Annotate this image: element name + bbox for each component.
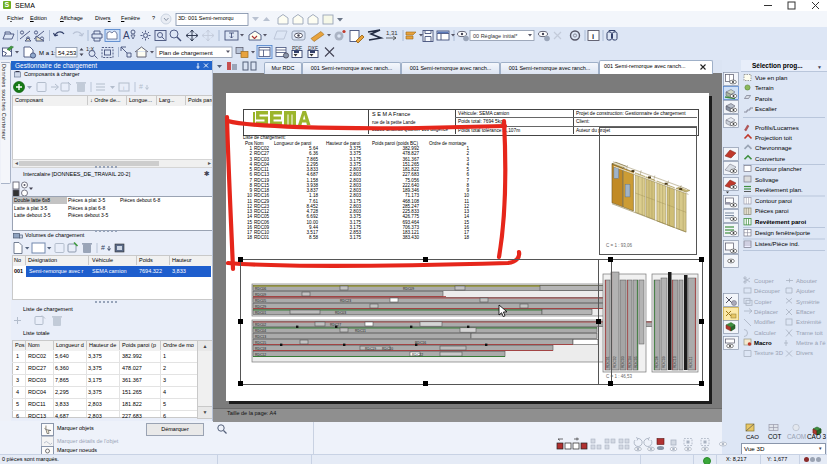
- svg-text:Macro: Macro: [754, 340, 772, 346]
- svg-text:Pièces paroi: Pièces paroi: [755, 207, 789, 214]
- svg-text:Mettre à l'é: Mettre à l'é: [796, 340, 826, 346]
- svg-text:Solivage: Solivage: [755, 176, 779, 183]
- svg-text:Projection toit: Projection toit: [755, 134, 792, 141]
- svg-text:Déplacer: Déplacer: [754, 309, 778, 315]
- svg-text:Listes/Pièce ind.: Listes/Pièce ind.: [755, 240, 800, 247]
- svg-text:Parois: Parois: [755, 95, 772, 102]
- svg-text:CAO 3: CAO 3: [807, 433, 827, 440]
- svg-text:Calculer: Calculer: [754, 330, 776, 336]
- svg-text:Design fenêtre/porte: Design fenêtre/porte: [755, 229, 811, 236]
- svg-text:CAOM: CAOM: [787, 433, 806, 440]
- svg-text:Modifier: Modifier: [754, 319, 775, 325]
- svg-text:1,31: 1,31: [386, 30, 398, 36]
- svg-text:Divers: Divers: [796, 350, 813, 356]
- svg-text:Découper: Découper: [754, 288, 780, 294]
- svg-text:Plan de chargement: Plan de chargement: [159, 50, 213, 56]
- svg-text:PDF: PDF: [292, 45, 302, 51]
- svg-text:Contour paroi: Contour paroi: [755, 197, 792, 204]
- svg-text:A: A: [123, 30, 130, 41]
- svg-text:DXF: DXF: [308, 45, 318, 51]
- svg-text:Chevronnage: Chevronnage: [755, 144, 792, 151]
- svg-text:Profils/Lucarnes: Profils/Lucarnes: [755, 124, 799, 131]
- svg-text:54,253: 54,253: [58, 50, 77, 56]
- svg-text:Trame toit: Trame toit: [796, 330, 823, 336]
- svg-text:#: #: [101, 244, 105, 251]
- svg-text:Revêtement plan.: Revêtement plan.: [755, 186, 803, 193]
- svg-text:Revêtement paroi: Revêtement paroi: [755, 218, 806, 225]
- svg-text:Copier: Copier: [754, 299, 772, 305]
- svg-text:Texture 3D: Texture 3D: [754, 350, 784, 356]
- svg-text:Escalier: Escalier: [755, 105, 777, 112]
- svg-text:M a 1:: M a 1:: [39, 50, 56, 56]
- svg-text:00 Réglage initial*: 00 Réglage initial*: [473, 33, 518, 39]
- svg-text:i: i: [592, 32, 594, 41]
- svg-text:Symétrie: Symétrie: [796, 299, 820, 305]
- svg-text:#: #: [139, 83, 143, 90]
- svg-text:CAO: CAO: [746, 434, 759, 440]
- svg-text:Effacer: Effacer: [796, 309, 815, 315]
- svg-text:Ajouter: Ajouter: [796, 288, 815, 294]
- svg-text:Vue en plan: Vue en plan: [755, 74, 787, 81]
- svg-text:Terrain: Terrain: [755, 84, 774, 91]
- svg-text:Couverture: Couverture: [755, 155, 786, 162]
- svg-text:Couper: Couper: [754, 278, 774, 284]
- svg-text:COT: COT: [768, 433, 782, 440]
- svg-text:Contour plancher: Contour plancher: [755, 165, 802, 172]
- svg-text:i: i: [123, 85, 124, 91]
- svg-text:Extrémité: Extrémité: [796, 319, 822, 325]
- svg-text:Abouter: Abouter: [796, 278, 817, 284]
